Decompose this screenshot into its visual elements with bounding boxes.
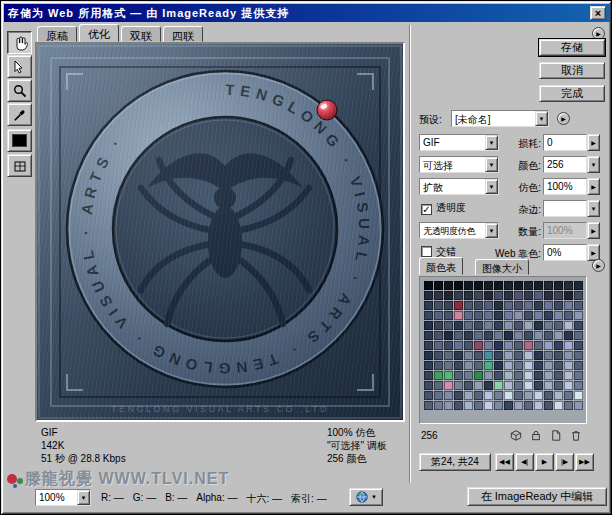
delete-color-button[interactable] bbox=[567, 428, 585, 443]
palette-swatch[interactable] bbox=[494, 291, 503, 300]
palette-swatch[interactable] bbox=[474, 351, 483, 360]
palette-swatch[interactable] bbox=[544, 371, 553, 380]
palette-swatch[interactable] bbox=[434, 401, 443, 410]
palette-swatch[interactable] bbox=[534, 341, 543, 350]
palette-swatch[interactable] bbox=[494, 381, 503, 390]
palette-swatch[interactable] bbox=[514, 391, 523, 400]
dither-field[interactable]: 100% bbox=[543, 178, 587, 195]
palette-swatch[interactable] bbox=[544, 321, 553, 330]
palette-swatch[interactable] bbox=[454, 281, 463, 290]
snap-web-palette-button[interactable] bbox=[507, 428, 525, 443]
palette-swatch[interactable] bbox=[524, 371, 533, 380]
palette-swatch[interactable] bbox=[554, 281, 563, 290]
palette-swatch[interactable] bbox=[544, 291, 553, 300]
palette-swatch[interactable] bbox=[544, 331, 553, 340]
lossy-field[interactable]: 0 bbox=[543, 134, 587, 151]
palette-swatch[interactable] bbox=[504, 321, 513, 330]
palette-swatch[interactable] bbox=[504, 351, 513, 360]
zoom-select[interactable]: 100% bbox=[35, 489, 91, 506]
nav-prev-button[interactable]: ◀| bbox=[515, 453, 534, 471]
palette-swatch[interactable] bbox=[544, 361, 553, 370]
palette-swatch[interactable] bbox=[534, 321, 543, 330]
palette-swatch[interactable] bbox=[524, 361, 533, 370]
colors-dropdown-button[interactable] bbox=[587, 156, 600, 173]
palette-swatch[interactable] bbox=[474, 291, 483, 300]
palette-swatch[interactable] bbox=[484, 391, 493, 400]
palette-swatch[interactable] bbox=[444, 361, 453, 370]
palette-swatch[interactable] bbox=[544, 401, 553, 410]
palette-swatch[interactable] bbox=[524, 331, 533, 340]
palette-swatch[interactable] bbox=[484, 351, 493, 360]
nav-end-button[interactable]: ▶▶ bbox=[575, 453, 594, 471]
palette-swatch[interactable] bbox=[474, 361, 483, 370]
palette-swatch[interactable] bbox=[434, 281, 443, 290]
palette-swatch[interactable] bbox=[554, 331, 563, 340]
palette-swatch[interactable] bbox=[534, 351, 543, 360]
palette-swatch[interactable] bbox=[554, 381, 563, 390]
palette-swatch[interactable] bbox=[474, 301, 483, 310]
preset-select[interactable]: [未命名] bbox=[451, 110, 549, 127]
palette-swatch[interactable] bbox=[474, 321, 483, 330]
palette-swatch[interactable] bbox=[524, 291, 533, 300]
palette-swatch[interactable] bbox=[434, 381, 443, 390]
palette-swatch[interactable] bbox=[484, 361, 493, 370]
palette-swatch[interactable] bbox=[434, 291, 443, 300]
palette-swatch[interactable] bbox=[554, 321, 563, 330]
palette-swatch[interactable] bbox=[484, 331, 493, 340]
slice-select-tool-button[interactable] bbox=[7, 55, 32, 78]
palette-swatch[interactable] bbox=[464, 371, 473, 380]
preview-area[interactable]: TENGLONG · VISUAL · ARTS · TENGLONG · VI… bbox=[35, 42, 405, 422]
toggle-slices-button[interactable] bbox=[7, 154, 32, 177]
palette-swatch[interactable] bbox=[474, 281, 483, 290]
tab-original[interactable]: 原稿 bbox=[37, 26, 77, 42]
tab-4up[interactable]: 四联 bbox=[163, 26, 203, 42]
palette-swatch[interactable] bbox=[464, 291, 473, 300]
palette-swatch[interactable] bbox=[454, 301, 463, 310]
close-button[interactable]: × bbox=[590, 6, 606, 20]
palette-swatch[interactable] bbox=[474, 311, 483, 320]
palette-swatch[interactable] bbox=[434, 361, 443, 370]
palette-swatch[interactable] bbox=[494, 301, 503, 310]
palette-swatch[interactable] bbox=[554, 371, 563, 380]
palette-swatch[interactable] bbox=[514, 401, 523, 410]
palette-swatch[interactable] bbox=[444, 281, 453, 290]
titlebar[interactable]: 存储为 Web 所用格式 — 由 ImageReady 提供支持 × bbox=[4, 4, 610, 22]
palette-swatch[interactable] bbox=[564, 391, 573, 400]
palette-swatch[interactable] bbox=[574, 401, 583, 410]
palette-swatch[interactable] bbox=[494, 361, 503, 370]
palette-swatch[interactable] bbox=[574, 391, 583, 400]
palette-swatch[interactable] bbox=[554, 341, 563, 350]
palette-swatch[interactable] bbox=[514, 321, 523, 330]
dither-slider-button[interactable] bbox=[587, 178, 600, 195]
palette-swatch[interactable] bbox=[424, 341, 433, 350]
palette-swatch[interactable] bbox=[434, 311, 443, 320]
palette-swatch[interactable] bbox=[564, 311, 573, 320]
palette-swatch[interactable] bbox=[444, 341, 453, 350]
nav-rewind-button[interactable]: ◀◀ bbox=[495, 453, 514, 471]
palette-swatch[interactable] bbox=[494, 371, 503, 380]
palette-swatch[interactable] bbox=[574, 321, 583, 330]
palette-swatch[interactable] bbox=[524, 281, 533, 290]
tab-image-size[interactable]: 图像大小 bbox=[475, 259, 529, 275]
palette-swatch[interactable] bbox=[504, 381, 513, 390]
nav-forward-button[interactable]: |▶ bbox=[555, 453, 574, 471]
palette-swatch[interactable] bbox=[444, 351, 453, 360]
new-color-button[interactable] bbox=[547, 428, 565, 443]
chevron-down-icon[interactable] bbox=[77, 490, 90, 505]
palette-swatch[interactable] bbox=[424, 331, 433, 340]
palette-swatch[interactable] bbox=[474, 391, 483, 400]
palette-swatch[interactable] bbox=[504, 401, 513, 410]
palette-swatch[interactable] bbox=[434, 351, 443, 360]
palette-swatch[interactable] bbox=[504, 311, 513, 320]
palette-swatch[interactable] bbox=[444, 401, 453, 410]
palette-swatch[interactable] bbox=[574, 361, 583, 370]
palette-swatch[interactable] bbox=[554, 301, 563, 310]
chevron-down-icon[interactable]: ▼ bbox=[371, 494, 377, 500]
palette-swatch[interactable] bbox=[534, 291, 543, 300]
palette-swatch[interactable] bbox=[564, 331, 573, 340]
palette-swatch[interactable] bbox=[424, 381, 433, 390]
eyedropper-tool-button[interactable] bbox=[7, 103, 32, 126]
palette-swatch[interactable] bbox=[424, 311, 433, 320]
palette-swatch[interactable] bbox=[564, 301, 573, 310]
save-button[interactable]: 存储 bbox=[539, 39, 605, 56]
